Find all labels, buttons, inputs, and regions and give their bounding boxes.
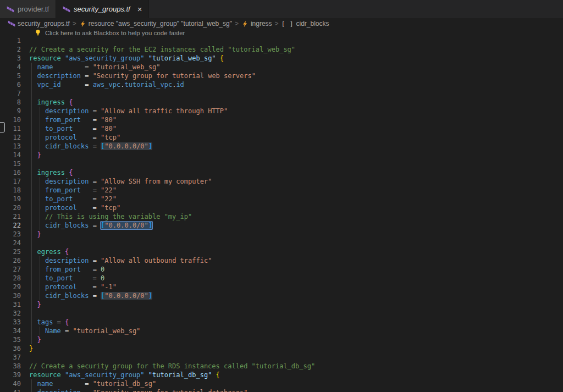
code-line[interactable]: 19 to_port = "22" [0, 195, 563, 203]
code-line[interactable]: 41 description = "Security group for tut… [0, 388, 563, 392]
line-number: 28 [0, 274, 21, 283]
code-line-text[interactable]: ingress { [29, 168, 73, 177]
code-line-text[interactable]: from_port = "22" [29, 186, 117, 195]
code-line[interactable]: 11 to_port = "80" [0, 124, 563, 133]
terraform-icon [63, 5, 70, 13]
code-line[interactable]: 13 cidr_blocks = ["0.0.0.0/0"] [0, 142, 563, 151]
token [81, 266, 93, 273]
token: } [29, 345, 33, 352]
breadcrumb-item[interactable]: ingress [241, 20, 272, 27]
code-line-text[interactable]: ingress { [29, 98, 73, 107]
code-line[interactable]: 25 egress { [0, 247, 563, 256]
breadcrumb-item[interactable]: [ ]cidr_blocks [282, 20, 329, 27]
code-line[interactable]: 3resource "aws_security_group" "tutorial… [0, 54, 563, 63]
tab-provider-tf[interactable]: provider.tf [0, 0, 56, 18]
code-line[interactable]: 28 to_port = 0 [0, 274, 563, 283]
code-line-text[interactable]: cidr_blocks = ["0.0.0.0/0"] [29, 221, 152, 230]
code-line-text[interactable]: description = "Allow SSH from my compute… [29, 177, 212, 186]
token: "Allow all traffic through HTTP" [101, 107, 228, 115]
code-line-text[interactable]: name = "tutorial_web_sg" [29, 63, 160, 71]
gutter-widget[interactable] [0, 122, 5, 132]
code-line[interactable]: 38// Create a security group for the RDS… [0, 362, 563, 371]
code-line-text[interactable]: cidr_blocks = ["0.0.0.0/0"] [29, 291, 152, 300]
code-line[interactable]: 29 protocol = "-1" [0, 283, 563, 291]
code-line-text[interactable]: description = "Security group for tutori… [29, 388, 247, 392]
code-line-text[interactable]: cidr_blocks = ["0.0.0.0/0"] [29, 142, 152, 151]
token [29, 63, 37, 71]
token: vpc_id [37, 81, 60, 89]
code-line[interactable]: 26 description = "Allow all outbound tra… [0, 256, 563, 265]
breadcrumb-item[interactable]: resource "aws_security_group" "tutorial_… [79, 20, 232, 27]
code-line[interactable]: 14 } [0, 151, 563, 159]
code-line[interactable]: 1 [0, 36, 563, 45]
code-line[interactable]: 12 protocol = "tcp" [0, 133, 563, 142]
code-line[interactable]: 18 from_port = "22" [0, 186, 563, 195]
code-line-text[interactable]: } [29, 344, 33, 353]
code-line-text[interactable]: name = "tutorial_db_sg" [29, 379, 156, 388]
code-line-text[interactable]: from_port = 0 [29, 265, 104, 274]
code-line[interactable]: 34 Name = "tutorial_web_sg" [0, 327, 563, 335]
code-line-text[interactable]: to_port = 0 [29, 274, 104, 283]
code-line[interactable]: 2// Create a security for the EC2 instan… [0, 45, 563, 54]
indent-guide [40, 256, 40, 300]
code-line[interactable]: 35 } [0, 335, 563, 344]
code-line-text[interactable]: description = "Security group for tutori… [29, 71, 256, 80]
blackbox-hint[interactable]: Click here to ask Blackbox to help you c… [0, 29, 563, 36]
code-line-text[interactable]: protocol = "tcp" [29, 133, 120, 142]
close-icon[interactable]: × [137, 5, 142, 13]
code-line[interactable]: 7 [0, 89, 563, 98]
breadcrumb-item-label: cidr_blocks [296, 20, 329, 27]
code-line-text[interactable]: // Create a security for the EC2 instanc… [29, 45, 295, 54]
breadcrumb-item[interactable]: security_groups.tf [8, 20, 70, 27]
code-line-text[interactable]: description = "Allow all outbound traffi… [29, 256, 212, 265]
token [89, 222, 92, 229]
code-line[interactable]: 23 } [0, 230, 563, 239]
code-line[interactable]: 24 [0, 239, 563, 247]
code-line-text[interactable]: to_port = "80" [29, 124, 117, 133]
code-line-text[interactable]: // Create a security group for the RDS i… [29, 362, 315, 371]
code-line[interactable]: 16 ingress { [0, 168, 563, 177]
code-line[interactable]: 40 name = "tutorial_db_sg" [0, 379, 563, 388]
token: name [37, 63, 53, 71]
code-line[interactable]: 39resource "aws_security_group" "tutoria… [0, 371, 563, 379]
code-line[interactable]: 31 } [0, 300, 563, 309]
code-line-text[interactable]: tags = { [29, 318, 69, 327]
code-line-text[interactable]: Name = "tutorial_web_sg" [29, 327, 140, 335]
code-line[interactable]: 5 description = "Security group for tuto… [0, 71, 563, 80]
code-line-text[interactable]: description = "Allow all traffic through… [29, 107, 228, 115]
code-line-text[interactable]: from_port = "80" [29, 115, 117, 124]
code-line-text[interactable]: protocol = "tcp" [29, 203, 120, 212]
code-line[interactable]: 37 [0, 353, 563, 362]
token: = [93, 222, 97, 229]
code-line[interactable]: 4 name = "tutorial_web_sg" [0, 63, 563, 71]
tab-security-groups-tf[interactable]: security_groups.tf× [56, 0, 149, 18]
code-line[interactable]: 33 tags = { [0, 318, 563, 327]
code-line[interactable]: 27 from_port = 0 [0, 265, 563, 274]
code-line[interactable]: 8 ingress { [0, 98, 563, 107]
code-line[interactable]: 21 // This is using the variable "my_ip" [0, 212, 563, 221]
code-line-text[interactable]: protocol = "-1" [29, 283, 117, 291]
code-line[interactable]: 36} [0, 344, 563, 353]
code-line-text[interactable]: // This is using the variable "my_ip" [29, 212, 192, 221]
code-line[interactable]: 6 vpc_id = aws_vpc.tutorial_vpc.id [0, 80, 563, 89]
code-line[interactable]: 32 [0, 309, 563, 318]
code-line[interactable]: 20 protocol = "tcp" [0, 203, 563, 212]
line-number: 14 [0, 151, 21, 159]
code-line-text[interactable]: resource "aws_security_group" "tutorial_… [29, 371, 220, 379]
code-line[interactable]: 15 [0, 159, 563, 168]
token [97, 292, 101, 300]
code-line-text[interactable]: to_port = "22" [29, 195, 117, 203]
code-line[interactable]: 30 cidr_blocks = ["0.0.0.0/0"] [0, 291, 563, 300]
token [77, 204, 93, 212]
chevron-right-icon: > [73, 20, 76, 27]
code-line-text[interactable]: vpc_id = aws_vpc.tutorial_vpc.id [29, 80, 184, 89]
token: = [57, 318, 61, 326]
code-line[interactable]: 9 description = "Allow all traffic throu… [0, 107, 563, 115]
code-line[interactable]: 22 cidr_blocks = ["0.0.0.0/0"] [0, 221, 563, 230]
code-line[interactable]: 10 from_port = "80" [0, 115, 563, 124]
code-line-text[interactable]: egress { [29, 247, 69, 256]
code-line-text[interactable]: resource "aws_security_group" "tutorial_… [29, 54, 224, 63]
terraform-icon [8, 20, 15, 27]
code-line[interactable]: 17 description = "Allow SSH from my comp… [0, 177, 563, 186]
indent-guide [31, 63, 32, 344]
